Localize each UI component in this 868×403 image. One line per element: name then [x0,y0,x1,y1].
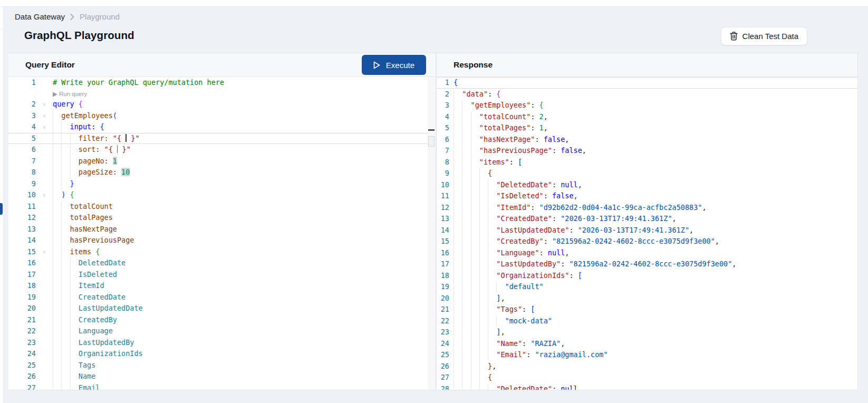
code-line: 11totalCount [8,201,436,213]
code-line: 24"Name": "RAZIA", [437,338,857,350]
line-number: 20 [8,303,36,314]
indent-guide [462,100,470,111]
token-d: , [578,385,582,390]
indent-guide [479,304,488,315]
line-number: 20 [437,293,449,304]
token-key: "hasNextPage" [479,135,535,143]
indent-guide [61,292,70,303]
code-text: sort: "{ }" [53,144,131,156]
code-line: 22Language [8,325,436,337]
code-line: 2"data": { [437,89,857,100]
indent-guide [488,190,496,202]
token-key: "data" [462,90,488,98]
overview-ruler[interactable] [428,77,436,390]
token-d: , [561,339,565,348]
code-line: 20], [437,293,857,304]
token-sval: "RAZIA" [531,339,561,348]
token-d: : [544,191,552,200]
line-number: 10 [437,179,449,191]
indent-guide [53,121,61,133]
indent-guide [61,269,70,281]
line-number: 26 [8,371,36,382]
token-d: : [531,112,539,121]
fold-chevron-icon[interactable]: ∨ [36,246,53,258]
indent-guide [462,293,470,304]
fold-chevron-icon[interactable]: ∨ [36,110,53,122]
code-line: 19"default" [437,281,857,293]
code-text: query { [53,99,83,110]
fold-column [449,122,454,134]
token-d: : [535,135,543,143]
fold-chevron-icon[interactable]: ∨ [36,121,53,133]
indent-guide [70,144,79,156]
token-key: "Tags" [496,305,522,313]
indent-guide [70,269,79,281]
indent-guide [488,202,496,214]
indent-guide [479,225,488,236]
indent-guide [488,247,496,259]
code-line: 23], [437,327,857,338]
breadcrumb-item-data-gateway[interactable]: Data Gateway [15,12,65,21]
indent-guide [471,281,479,293]
token-sval: "821596a2-0242-4602-8ccc-e3075d9f3e00" [569,260,732,268]
fold-column [449,179,454,191]
sidebar-edge[interactable] [0,7,4,403]
token-lit: false [544,135,565,143]
code-line: 21"Tags": [ [437,304,857,315]
code-line: 7pageNo: 1 [8,156,436,167]
indent-guide [462,270,470,282]
indent-guide [462,315,470,327]
code-line: 14hasPreviousPage [8,235,436,246]
line-number: 19 [437,281,449,293]
query-editor[interactable]: 1# Write your GraphQL query/mutation her… [8,77,436,390]
code-text: pageSize: 10 [53,167,130,178]
token-pbr: { [488,373,492,381]
code-text: "ItemId": "d92b62d2-0d04-4a1c-99ca-acfbc… [454,202,707,214]
fold-chevron-icon[interactable]: ∨ [36,189,53,201]
response-editor[interactable]: 1{2"data": {3"getEmployees": {4"totalCou… [437,77,857,390]
indent-guide [454,122,462,134]
fold-column [36,303,53,314]
indent-guide [462,157,470,168]
code-text: "DeletedDate": null, [454,383,582,390]
indent-guide [479,247,488,259]
code-text: input: { [53,121,104,133]
code-line: 21CreatedBy [8,314,436,326]
indent-guide [488,293,496,304]
code-line: 23LastUpdatedBy [8,337,436,349]
indent-guide [479,372,488,383]
line-number: 2 [437,89,449,100]
clean-test-data-button[interactable]: Clean Test Data [721,27,807,45]
fold-column [449,202,454,214]
fold-column [36,382,53,390]
indent-guide [70,156,79,167]
fold-column [36,77,53,89]
token-str: "{ [113,134,126,142]
fold-column [36,314,53,326]
indent-guide [454,372,462,383]
code-text: hasPreviousPage [53,235,134,246]
indent-guide [53,144,61,156]
fold-column [36,133,53,145]
fold-column [449,361,454,372]
fold-column [449,383,454,390]
fold-column [449,190,454,202]
code-text: "totalCount": 2, [454,111,548,123]
indent-guide [53,382,61,390]
fold-column [449,145,454,157]
indent-guide [454,213,462,225]
fold-chevron-icon[interactable]: ∨ [36,99,53,110]
run-query-codelens[interactable]: ▶ Run query [53,91,87,97]
indent-guide [471,293,479,304]
indent-guide [61,121,70,133]
indent-guide [488,225,496,236]
token-d: , [732,260,736,268]
indent-guide [53,314,61,326]
response-title: Response [454,60,493,70]
fold-column [449,77,454,89]
line-number: 23 [437,327,449,338]
token-sval: "mock-data" [505,316,552,325]
fold-column [36,89,53,99]
token-pg: { [95,247,100,256]
execute-button[interactable]: Execute [362,55,426,75]
